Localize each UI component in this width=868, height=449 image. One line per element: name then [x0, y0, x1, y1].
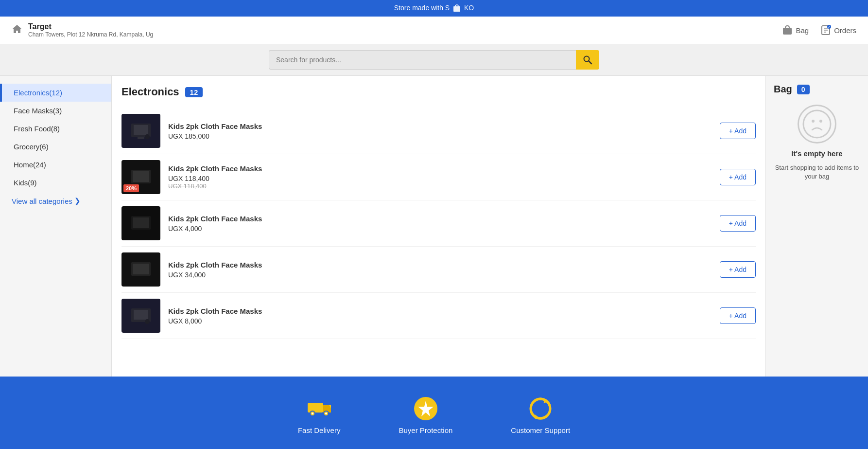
add-button-3[interactable]: + Add — [720, 215, 756, 232]
sidebar-item-fresh-food[interactable]: Fresh Food(8) — [0, 120, 111, 138]
banner-text-after: KO — [464, 4, 474, 12]
orders-nav-item[interactable]: Orders — [820, 25, 856, 36]
product-info-5: Kids 2pk Cloth Face Masks UGX 8,000 — [168, 307, 712, 325]
product-info-2: Kids 2pk Cloth Face Masks UGX 118,400 UG… — [168, 164, 712, 190]
product-price-1: UGX 185,000 — [168, 132, 712, 140]
product-name-3: Kids 2pk Cloth Face Masks — [168, 215, 712, 223]
footer-fast-delivery: Fast Delivery — [298, 396, 341, 434]
banner-text: Store made with S — [394, 4, 450, 12]
footer-customer-support: Customer Support — [511, 396, 570, 434]
add-button-1[interactable]: + Add — [720, 123, 756, 139]
add-button-5[interactable]: + Add — [720, 307, 756, 324]
main-layout: Electronics(12) Face Masks(3) Fresh Food… — [0, 76, 868, 377]
svg-rect-1 — [783, 28, 792, 35]
svg-line-8 — [589, 61, 591, 64]
search-row — [0, 44, 868, 76]
product-item: Kids 2pk Cloth Face Masks UGX 4,000 + Ad… — [122, 200, 756, 247]
product-item: Kids 2pk Cloth Face Masks UGX 8,000 + Ad… — [122, 293, 756, 339]
search-button[interactable] — [576, 50, 599, 70]
product-image-2: 20% — [122, 160, 160, 194]
bag-nav-label: Bag — [796, 26, 809, 35]
bag-empty-state: It's empty here Start shopping to add it… — [774, 105, 860, 181]
svg-rect-14 — [133, 171, 149, 182]
product-area: Electronics 12 Kids 2pk Cloth Face Masks… — [112, 76, 766, 377]
product-item: Kids 2pk Cloth Face Masks UGX 34,000 + A… — [122, 247, 756, 293]
sad-face-icon — [798, 105, 836, 144]
sidebar-item-home[interactable]: Home(24) — [0, 156, 111, 174]
product-image-3 — [122, 206, 160, 240]
bag-panel: Bag 0 It's empty here Start shopping to … — [766, 76, 868, 377]
footer: Fast Delivery Buyer Protection Customer … — [0, 377, 868, 449]
view-all-label: View all categories — [12, 197, 72, 205]
refresh-icon — [528, 396, 553, 421]
svg-rect-11 — [138, 137, 144, 139]
product-image-4 — [122, 252, 160, 287]
sidebar-item-grocery[interactable]: Grocery(6) — [0, 138, 111, 156]
svg-point-24 — [819, 120, 822, 123]
product-image-1 — [122, 114, 160, 148]
header-left: Target Cham Towers, Plot 12 Nkruma Rd, K… — [12, 22, 153, 38]
product-price-5: UGX 8,000 — [168, 317, 712, 325]
svg-rect-10 — [134, 125, 148, 135]
product-item: Kids 2pk Cloth Face Masks UGX 185,000 + … — [122, 108, 756, 154]
top-banner: Store made with S KO — [0, 0, 868, 17]
bag-icon-inline — [452, 4, 461, 13]
bag-nav-item[interactable]: Bag — [782, 25, 809, 36]
product-name-4: Kids 2pk Cloth Face Masks — [168, 261, 712, 269]
home-icon[interactable] — [12, 24, 22, 36]
sidebar-item-electronics[interactable]: Electronics(12) — [0, 84, 111, 102]
view-all-categories-button[interactable]: View all categories ❯ — [0, 192, 111, 210]
product-item: 20% Kids 2pk Cloth Face Masks UGX 118,40… — [122, 154, 756, 200]
svg-point-22 — [803, 110, 831, 138]
sidebar-item-face-masks[interactable]: Face Masks(3) — [0, 102, 111, 120]
product-price-3: UGX 4,000 — [168, 225, 712, 233]
svg-rect-16 — [133, 217, 149, 228]
product-name-5: Kids 2pk Cloth Face Masks — [168, 307, 712, 315]
bag-header: Bag 0 — [774, 84, 860, 95]
svg-point-12 — [145, 134, 150, 139]
product-original-price-2: UGX 118,400 — [168, 182, 712, 190]
svg-rect-0 — [453, 6, 460, 12]
orders-nav-label: Orders — [834, 26, 856, 35]
product-price-4: UGX 34,000 — [168, 271, 712, 279]
sidebar: Electronics(12) Face Masks(3) Fresh Food… — [0, 76, 112, 377]
customer-support-label: Customer Support — [511, 426, 570, 434]
add-button-2[interactable]: + Add — [720, 169, 756, 185]
truck-icon — [307, 396, 332, 421]
product-info-3: Kids 2pk Cloth Face Masks UGX 4,000 — [168, 215, 712, 233]
category-title: Electronics — [122, 86, 179, 98]
product-image-5 — [122, 299, 160, 333]
svg-point-31 — [325, 413, 327, 414]
svg-point-23 — [812, 120, 815, 123]
star-icon — [413, 396, 438, 421]
product-name-2: Kids 2pk Cloth Face Masks — [168, 164, 712, 173]
sidebar-item-kids[interactable]: Kids(9) — [0, 174, 111, 192]
discount-badge-2: 20% — [123, 184, 139, 192]
product-price-2: UGX 118,400 — [168, 175, 712, 182]
bag-count-badge: 0 — [797, 85, 810, 94]
chevron-right-icon: ❯ — [74, 197, 81, 205]
store-name: Target — [28, 22, 153, 31]
store-info: Target Cham Towers, Plot 12 Nkruma Rd, K… — [28, 22, 153, 38]
store-address: Cham Towers, Plot 12 Nkruma Rd, Kampala,… — [28, 31, 153, 38]
svg-rect-18 — [133, 264, 149, 274]
svg-rect-20 — [134, 310, 148, 320]
bag-empty-subtitle: Start shopping to add items to your bag — [774, 163, 860, 181]
svg-rect-25 — [308, 403, 323, 413]
bag-title: Bag — [774, 84, 792, 95]
product-info-4: Kids 2pk Cloth Face Masks UGX 34,000 — [168, 261, 712, 279]
product-header: Electronics 12 — [122, 86, 756, 98]
svg-point-21 — [145, 319, 150, 324]
svg-point-30 — [312, 413, 313, 414]
buyer-protection-label: Buyer Protection — [399, 426, 452, 434]
footer-buyer-protection: Buyer Protection — [399, 396, 452, 434]
search-input[interactable] — [269, 50, 576, 70]
header-right: Bag Orders — [782, 25, 856, 36]
product-name-1: Kids 2pk Cloth Face Masks — [168, 122, 712, 130]
bag-empty-title: It's empty here — [791, 149, 842, 158]
product-count-badge: 12 — [185, 87, 203, 97]
fast-delivery-label: Fast Delivery — [298, 426, 341, 434]
search-container — [269, 50, 599, 70]
add-button-4[interactable]: + Add — [720, 261, 756, 278]
header: Target Cham Towers, Plot 12 Nkruma Rd, K… — [0, 17, 868, 44]
